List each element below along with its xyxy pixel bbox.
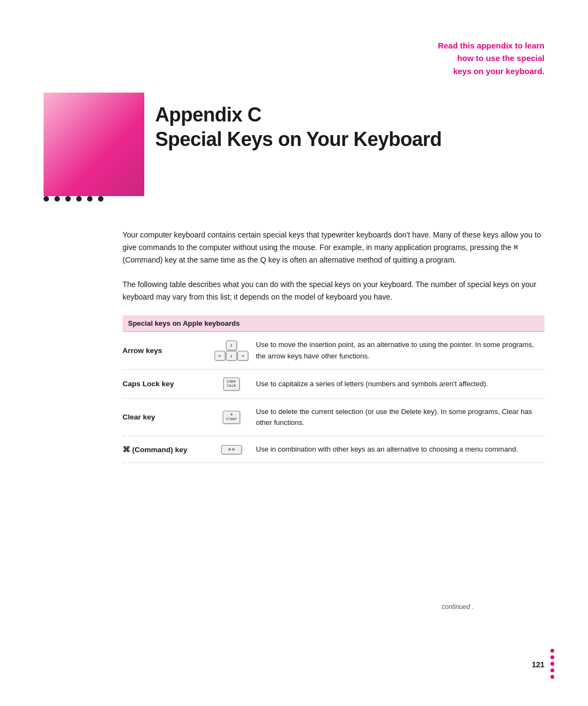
key-desc-command: Use in combination with other keys as an… xyxy=(256,444,544,455)
callout-line3: keys on your keyboard. xyxy=(438,65,544,77)
key-desc-arrow: Use to move the insertion point, as an a… xyxy=(256,339,544,361)
bottom-dot-3 xyxy=(550,662,554,666)
command-symbol-inline: ⌘ xyxy=(513,243,518,252)
key-label-command: ⌘ (Command) key xyxy=(122,445,207,454)
callout-line1: Read this appendix to learn xyxy=(438,39,544,52)
arrow-down-key-icon: ↓ xyxy=(226,351,237,361)
table-row: ⌘ (Command) key ⌘⌘ Use in combination wi… xyxy=(122,436,544,463)
page: Read this appendix to learn how to use t… xyxy=(0,0,588,706)
arrow-right-key-icon: → xyxy=(237,351,248,361)
key-icon-clear: ≡ clear xyxy=(207,411,256,424)
key-label-capslock: Caps Lock key xyxy=(122,380,207,388)
callout-block: Read this appendix to learn how to use t… xyxy=(438,39,544,77)
key-icon-arrow: ↑ ← ↓ → xyxy=(207,340,256,361)
key-label-arrow: Arrow keys xyxy=(122,346,207,355)
bottom-dot-5 xyxy=(550,675,554,679)
key-desc-capslock: Use to capitalize a series of letters (n… xyxy=(256,379,544,389)
keys-table: Special keys on Apple keyboards Arrow ke… xyxy=(122,315,544,463)
table-body: Arrow keys ↑ ← ↓ → Use to move the inser… xyxy=(122,332,544,463)
arrow-left-key-icon: ← xyxy=(215,351,225,361)
arrow-up-key-icon: ↑ xyxy=(226,340,237,350)
callout-line2: how to use the special xyxy=(438,52,544,64)
intro-paragraph-1: Your computer keyboard contains certain … xyxy=(122,229,544,266)
main-content: Your computer keyboard contains certain … xyxy=(122,229,544,463)
key-desc-clear: Use to delete the current selection (or … xyxy=(256,406,544,428)
table-row: Arrow keys ↑ ← ↓ → Use to move the inser… xyxy=(122,332,544,369)
table-header: Special keys on Apple keyboards xyxy=(122,315,544,332)
bullet-dot-1 xyxy=(44,196,49,202)
command-key-icon: ⌘⌘ xyxy=(221,445,242,454)
intro-paragraph-2: The following table describes what you c… xyxy=(122,278,544,303)
bottom-dot-2 xyxy=(550,655,554,659)
bottom-right-decoration xyxy=(550,649,554,679)
table-row: Clear key ≡ clear Use to delete the curr… xyxy=(122,399,544,436)
capslock-key-icon: caps lock xyxy=(223,378,240,391)
continued-label: continued . xyxy=(442,603,474,611)
key-icon-command: ⌘⌘ xyxy=(207,445,256,454)
table-row: Caps Lock key caps lock Use to capitaliz… xyxy=(122,370,544,399)
bullet-dot-6 xyxy=(98,196,103,202)
page-title: Appendix C Special Keys on Your Keyboard xyxy=(155,102,442,151)
bullet-dots-row xyxy=(44,196,103,202)
page-number: 121 xyxy=(532,660,544,669)
title-area: Appendix C Special Keys on Your Keyboard xyxy=(155,102,442,151)
header-decoration-block xyxy=(44,93,144,196)
key-icon-capslock: caps lock xyxy=(207,378,256,391)
bottom-dot-1 xyxy=(550,649,554,653)
arrow-keys-group: ↑ ← ↓ → xyxy=(215,340,248,361)
bullet-dot-4 xyxy=(76,196,82,202)
bullet-dot-3 xyxy=(65,196,71,202)
key-label-clear: Clear key xyxy=(122,413,207,421)
bullet-dot-5 xyxy=(87,196,93,202)
clear-key-icon: ≡ clear xyxy=(223,411,240,424)
bullet-dot-2 xyxy=(54,196,60,202)
bottom-dot-4 xyxy=(550,668,554,672)
